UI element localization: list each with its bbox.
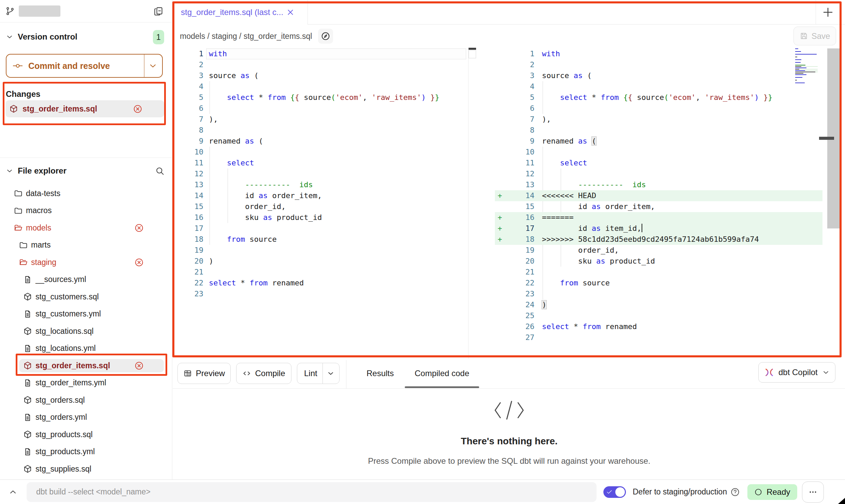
dbt-copilot-button[interactable]: dbt Copilot bbox=[758, 362, 835, 383]
editor-line[interactable]: 20 sku as product_id bbox=[477, 256, 845, 267]
editor-line[interactable]: 11 select bbox=[477, 158, 845, 168]
editor-line[interactable]: 26select * from renamed bbox=[477, 321, 845, 332]
compile-button[interactable]: Compile bbox=[236, 363, 291, 384]
editor-line[interactable]: 13 ---------- ids bbox=[173, 179, 468, 190]
preview-button[interactable]: Preview bbox=[177, 363, 231, 384]
editor-line[interactable]: 17 bbox=[173, 223, 468, 234]
file-row-macros[interactable]: macros bbox=[0, 202, 172, 220]
chevron-down-icon[interactable] bbox=[327, 369, 335, 377]
editor-line[interactable]: 9renamed as ( bbox=[173, 136, 468, 147]
file-row-stg_orders.sql[interactable]: stg_orders.sql bbox=[0, 391, 172, 409]
chevron-down-icon[interactable] bbox=[5, 167, 14, 175]
editor-line[interactable]: 6 bbox=[173, 103, 468, 114]
file-row-stg_supplies.sql[interactable]: stg_supplies.sql bbox=[0, 460, 172, 478]
changed-file-row[interactable]: stg_order_items.sql bbox=[5, 100, 164, 117]
editor-line[interactable]: 18 from source bbox=[173, 234, 468, 245]
save-button[interactable]: Save bbox=[793, 27, 836, 45]
editor-line[interactable]: 5 select * from {{ source('ecom', 'raw_i… bbox=[477, 92, 845, 103]
file-row-marts[interactable]: marts bbox=[0, 237, 172, 254]
file-row-stg_orders.yml[interactable]: stg_orders.yml bbox=[0, 409, 172, 426]
file-row-__sources.yml[interactable]: __sources.yml bbox=[0, 271, 172, 288]
file-row-stg_products.yml[interactable]: stg_products.yml bbox=[0, 443, 172, 461]
file-row-stg_customers.yml[interactable]: stg_customers.yml bbox=[0, 306, 172, 323]
editor-line[interactable]: 23 bbox=[173, 288, 468, 299]
editor-line[interactable]: 22select * from renamed bbox=[173, 278, 468, 288]
file-row-models[interactable]: models bbox=[0, 219, 172, 237]
editor-line[interactable]: 1with bbox=[477, 48, 845, 59]
editor-line[interactable]: 7), bbox=[173, 114, 468, 125]
editor-line[interactable]: 2 bbox=[477, 59, 845, 70]
editor-line[interactable]: 1with bbox=[173, 48, 468, 59]
file-row-stg_order_items.yml[interactable]: stg_order_items.yml bbox=[0, 374, 172, 392]
editor-line[interactable]: 7), bbox=[477, 114, 845, 125]
results-tab[interactable]: Results bbox=[361, 363, 399, 384]
left-scrollbar-thumb[interactable] bbox=[469, 50, 476, 58]
defer-toggle[interactable] bbox=[603, 486, 626, 498]
editor-line[interactable]: 20) bbox=[173, 256, 468, 267]
editor-line[interactable]: 4 bbox=[173, 81, 468, 92]
conflict-x-icon[interactable] bbox=[134, 258, 144, 267]
editor-line[interactable]: 5 select * from {{ source('ecom', 'raw_i… bbox=[173, 92, 468, 103]
editor-line[interactable]: 13 ---------- ids bbox=[477, 179, 845, 190]
editor-line[interactable]: 8 bbox=[173, 125, 468, 136]
file-row-stg_order_items.sql[interactable]: stg_order_items.sql bbox=[0, 357, 172, 374]
file-explorer-header[interactable]: File explorer bbox=[0, 163, 172, 178]
editor-line[interactable]: 8 bbox=[477, 125, 845, 136]
file-row-stg_products.sql[interactable]: stg_products.sql bbox=[0, 426, 172, 443]
editor-line[interactable]: 25 bbox=[477, 310, 845, 321]
editor-line[interactable]: 21 bbox=[173, 267, 468, 278]
editor-line[interactable]: 24) bbox=[477, 299, 845, 310]
editor-line[interactable]: 15 id as order_item, bbox=[477, 201, 845, 212]
editor-line[interactable]: 23 bbox=[477, 288, 845, 299]
chevron-down-icon[interactable] bbox=[5, 33, 14, 41]
commit-and-resolve-button[interactable]: Commit and resolve bbox=[6, 54, 163, 78]
editor-line[interactable]: 19 bbox=[173, 245, 468, 256]
file-row-data-tests[interactable]: data-tests bbox=[0, 185, 172, 202]
editor-line[interactable]: 19 order_id, bbox=[477, 245, 845, 256]
minimap[interactable] bbox=[795, 48, 818, 85]
editor-line[interactable]: 3source as ( bbox=[477, 70, 845, 81]
conflict-x-icon[interactable] bbox=[134, 361, 144, 370]
conflict-x-icon[interactable] bbox=[134, 223, 144, 233]
lineage-button[interactable] bbox=[318, 29, 333, 44]
editor-line[interactable]: 21 bbox=[477, 267, 845, 278]
editor-line[interactable]: +14<<<<<<< HEAD bbox=[477, 190, 845, 201]
editor-line[interactable]: 2 bbox=[173, 59, 468, 70]
copy-icon[interactable] bbox=[153, 6, 163, 16]
editor-line[interactable]: 12 bbox=[173, 168, 468, 179]
tab-stg-order-items[interactable]: stg_order_items.sql (last c... bbox=[173, 0, 308, 25]
chevron-down-icon[interactable] bbox=[148, 61, 158, 71]
editor-line[interactable]: 4 bbox=[477, 81, 845, 92]
editor-line[interactable]: 16 sku as product_id bbox=[173, 212, 468, 223]
conflict-x-icon[interactable] bbox=[133, 104, 142, 114]
lint-button[interactable]: Lint bbox=[297, 363, 340, 384]
help-icon[interactable] bbox=[730, 487, 740, 497]
editor-pane-right[interactable]: 1with23source as (45 select * from {{ so… bbox=[477, 48, 845, 359]
chevron-up-icon[interactable] bbox=[8, 487, 18, 497]
editor-line[interactable]: 15 order_id, bbox=[173, 201, 468, 212]
version-control-header[interactable]: Version control bbox=[0, 29, 172, 44]
file-row-staging[interactable]: staging bbox=[0, 254, 172, 271]
editor-line[interactable]: +17 id as item_id, bbox=[477, 223, 845, 234]
editor-line[interactable]: 3source as ( bbox=[173, 70, 468, 81]
editor-line[interactable]: 11 select bbox=[173, 158, 468, 168]
close-icon[interactable] bbox=[286, 8, 295, 17]
more-options-button[interactable] bbox=[802, 481, 824, 503]
editor-line[interactable]: +16======= bbox=[477, 212, 845, 223]
editor-line[interactable]: 12 bbox=[477, 168, 845, 179]
editor-line[interactable]: 6 bbox=[477, 103, 845, 114]
search-icon[interactable] bbox=[155, 166, 164, 176]
file-row-stg_locations.sql[interactable]: stg_locations.sql bbox=[0, 323, 172, 340]
new-tab-plus-icon[interactable] bbox=[822, 6, 834, 18]
editor-line[interactable]: 10 bbox=[477, 147, 845, 158]
editor-line[interactable]: 14 id as order_item, bbox=[173, 190, 468, 201]
file-row-stg_customers.sql[interactable]: stg_customers.sql bbox=[0, 288, 172, 306]
editor-pane-left[interactable]: 1with23source as (45 select * from {{ so… bbox=[173, 48, 468, 359]
chevron-down-icon[interactable] bbox=[822, 368, 830, 376]
editor-line[interactable]: 22 from source bbox=[477, 278, 845, 288]
file-row-stg_locations.yml[interactable]: stg_locations.yml bbox=[0, 340, 172, 357]
editor-line[interactable]: 27 bbox=[477, 332, 845, 343]
editor-line[interactable]: 9renamed as ( bbox=[477, 136, 845, 147]
editor-line[interactable]: +18>>>>>>> 58c1dd23d5eebd9cd2495fa7124ab… bbox=[477, 234, 845, 245]
dbt-command-input[interactable] bbox=[27, 482, 597, 502]
